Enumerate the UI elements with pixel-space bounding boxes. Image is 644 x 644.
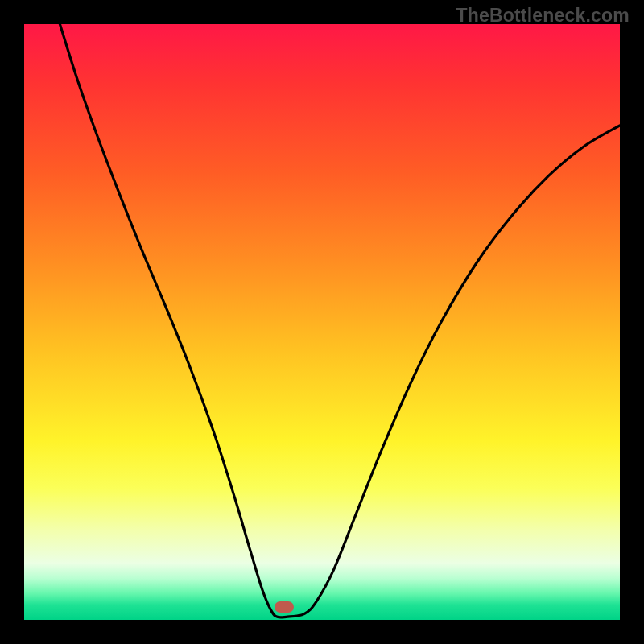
watermark-text: TheBottleneck.com: [456, 5, 630, 27]
minimum-marker: [275, 601, 294, 613]
chart-frame: TheBottleneck.com: [0, 0, 644, 644]
plot-area: [24, 24, 620, 620]
bottleneck-curve: [24, 24, 620, 620]
